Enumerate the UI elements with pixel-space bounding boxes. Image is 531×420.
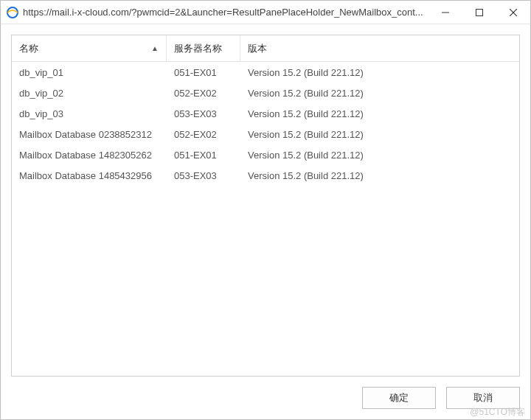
dialog-window: https://mail.i-x-cloud.com/?pwmcid=2&Lau… xyxy=(0,0,531,420)
table-row[interactable]: db_vip_01051-EX01Version 15.2 (Build 221… xyxy=(12,62,519,83)
cell-name: Mailbox Database 1482305262 xyxy=(12,150,167,161)
cell-name: db_vip_02 xyxy=(12,88,167,99)
table-row[interactable]: db_vip_02052-EX02Version 15.2 (Build 221… xyxy=(12,83,519,103)
titlebar: https://mail.i-x-cloud.com/?pwmcid=2&Lau… xyxy=(1,1,530,24)
svg-point-0 xyxy=(7,7,18,18)
table-row[interactable]: db_vip_03053-EX03Version 15.2 (Build 221… xyxy=(12,103,519,124)
close-button[interactable] xyxy=(496,1,530,24)
cell-name: db_vip_03 xyxy=(12,108,167,119)
cell-version: Version 15.2 (Build 221.12) xyxy=(240,88,519,99)
cell-version: Version 15.2 (Build 221.12) xyxy=(240,67,519,78)
sort-asc-icon: ▲ xyxy=(147,44,159,52)
ie-icon xyxy=(7,7,18,18)
cancel-button[interactable]: 取消 xyxy=(446,387,520,409)
cell-name: Mailbox Database 1485432956 xyxy=(12,170,167,181)
table-row[interactable]: Mailbox Database 0238852312052-EX02Versi… xyxy=(12,124,519,144)
ok-button[interactable]: 确定 xyxy=(362,387,436,409)
cell-server: 052-EX02 xyxy=(167,129,240,140)
column-header-label: 版本 xyxy=(248,42,267,55)
minimize-button[interactable] xyxy=(428,1,462,24)
column-header-label: 服务器名称 xyxy=(174,42,222,55)
dialog-content: 名称 ▲ 服务器名称 版本 db_vip_01051-EX01Version 1… xyxy=(1,24,530,419)
window-title: https://mail.i-x-cloud.com/?pwmcid=2&Lau… xyxy=(23,7,428,18)
column-header-server[interactable]: 服务器名称 xyxy=(167,35,240,61)
table-body: db_vip_01051-EX01Version 15.2 (Build 221… xyxy=(12,62,519,186)
mailbox-table: 名称 ▲ 服务器名称 版本 db_vip_01051-EX01Version 1… xyxy=(11,35,520,377)
svg-rect-2 xyxy=(476,9,483,15)
cell-version: Version 15.2 (Build 221.12) xyxy=(240,108,519,119)
column-header-label: 名称 xyxy=(19,42,38,55)
column-header-version[interactable]: 版本 xyxy=(240,35,519,61)
maximize-button[interactable] xyxy=(462,1,496,24)
cell-version: Version 15.2 (Build 221.12) xyxy=(240,150,519,161)
table-row[interactable]: Mailbox Database 1485432956053-EX03Versi… xyxy=(12,165,519,186)
cell-server: 053-EX03 xyxy=(167,170,240,181)
cell-name: Mailbox Database 0238852312 xyxy=(12,129,167,140)
cell-server: 051-EX01 xyxy=(167,67,240,78)
cell-version: Version 15.2 (Build 221.12) xyxy=(240,129,519,140)
cell-server: 052-EX02 xyxy=(167,88,240,99)
window-controls xyxy=(428,1,530,24)
dialog-buttons: 确定 取消 xyxy=(11,377,520,409)
table-header: 名称 ▲ 服务器名称 版本 xyxy=(12,35,519,62)
cell-name: db_vip_01 xyxy=(12,67,167,78)
cell-server: 053-EX03 xyxy=(167,108,240,119)
table-row[interactable]: Mailbox Database 1482305262051-EX01Versi… xyxy=(12,144,519,165)
column-header-name[interactable]: 名称 ▲ xyxy=(12,35,167,61)
cell-version: Version 15.2 (Build 221.12) xyxy=(240,170,519,181)
cell-server: 051-EX01 xyxy=(167,150,240,161)
